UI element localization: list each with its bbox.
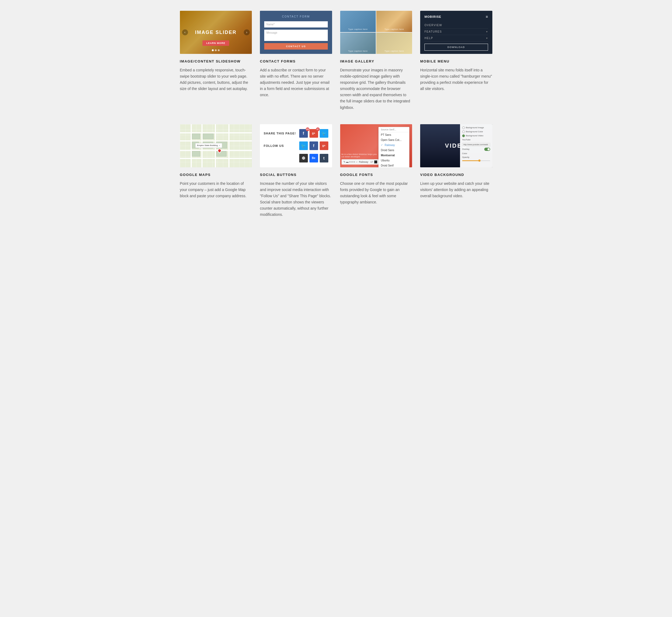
share-facebook-icon[interactable]: f 192 <box>299 129 308 138</box>
bg-image-radio[interactable] <box>462 126 465 129</box>
video-panel-bg-image[interactable]: Background Image <box>462 126 490 129</box>
bg-image-label: Background Image <box>466 126 484 129</box>
video-url-input[interactable]: http://www.youtube.com/watd <box>462 143 490 146</box>
share-icons: f 192 g+ 47 🐦 <box>299 129 328 138</box>
feature-desc-fonts: Choose one or more of the most popular f… <box>340 181 412 205</box>
feature-image-gallery: Type caption here Type caption here Type… <box>340 11 412 111</box>
gallery-preview: Type caption here Type caption here Type… <box>340 11 412 54</box>
opacity-label: Opacity <box>462 156 469 159</box>
fonts-toolbar: ✎ ▬ ≡ ≡ ≡ ↔ Raleway 17 <box>342 159 380 165</box>
feature-google-maps: Empire State Building GOOGLE MAPS Point … <box>180 124 252 218</box>
gallery-cell-3[interactable]: Type caption here <box>340 33 376 54</box>
slider-learn-more[interactable]: LEARN MORE <box>203 40 229 46</box>
feature-title-gallery: IMAGE GALLERY <box>340 59 412 63</box>
fonts-item-droid-sans[interactable]: Droid Sans <box>379 148 409 153</box>
facebook-badge: 192 <box>306 128 309 131</box>
fonts-item-montserrat[interactable]: Montserrat <box>379 153 409 158</box>
social-preview: SHARE THIS PAGE! f 192 g+ 47 🐦 <box>260 124 332 167</box>
slider-preview: IMAGE SLIDER LEARN MORE ‹ › <box>180 11 252 54</box>
gallery-caption-2: Type caption here <box>385 28 404 30</box>
behance-icon[interactable]: Be <box>309 154 318 163</box>
slider-dot-1[interactable] <box>212 49 214 51</box>
fonts-item-open-sans[interactable]: Open Sans Cot... <box>379 138 409 143</box>
contact-preview: CONTACT FORM Name* Message CONTACT US <box>260 11 332 54</box>
feature-title-fonts: GOOGLE FONTS <box>340 173 412 177</box>
github-icon[interactable]: ⊕ <box>299 154 308 163</box>
follow-facebook-icon[interactable]: f <box>309 142 318 150</box>
gallery-caption-1: Type caption here <box>348 28 368 30</box>
video-panel-youtube: YouTube <box>462 139 490 141</box>
toolbar-font-name: Raleway <box>359 161 369 163</box>
googleplus-badge: 47 <box>316 128 320 131</box>
features-grid-row2: Empire State Building GOOGLE MAPS Point … <box>180 124 492 218</box>
bg-color-label: Background Color <box>466 131 483 133</box>
slider-preview-title: IMAGE SLIDER <box>195 30 236 35</box>
fonts-item-pt-sans[interactable]: PT Sans <box>379 132 409 138</box>
bg-video-radio[interactable] <box>462 135 465 137</box>
video-panel-color: Color <box>462 152 490 155</box>
feature-title-social: SOCIAL BUTTONS <box>260 173 332 177</box>
slider-arrow-right[interactable]: › <box>244 29 250 35</box>
gallery-caption-3: Type caption here <box>348 50 368 52</box>
feature-desc-gallery: Demonstrate your images in masonry mobil… <box>340 67 412 111</box>
map-block-2 <box>203 134 214 139</box>
feature-desc-social: Increase the number of your site visitor… <box>260 181 332 218</box>
bg-video-radio-row: Background Video <box>462 135 483 137</box>
slider-dots <box>212 49 220 51</box>
menu-item-help[interactable]: HELP <box>425 35 488 41</box>
fonts-item-ubuntu[interactable]: Ubuntu <box>379 158 409 163</box>
opacity-slider-thumb[interactable] <box>478 160 480 162</box>
social-share-row: SHARE THIS PAGE! f 192 g+ 47 🐦 <box>264 129 328 138</box>
feature-image-slider: IMAGE SLIDER LEARN MORE ‹ › IMAGE/CONTEN… <box>180 11 252 111</box>
feature-title-menu: MOBILE MENU <box>420 59 492 63</box>
video-panel-bg-color[interactable]: Background Color <box>462 131 490 133</box>
contact-name-field[interactable]: Name* <box>264 21 328 27</box>
overlay-toggle[interactable] <box>484 148 490 151</box>
follow-label: FOLLOW US <box>264 144 296 147</box>
gallery-cell-1[interactable]: Type caption here <box>340 11 376 32</box>
menu-download-button[interactable]: DOWNLOAD <box>425 44 488 51</box>
gallery-cell-4[interactable]: Type caption here <box>376 33 412 54</box>
fonts-dropdown-header: Source Serif... <box>379 127 409 132</box>
bg-image-radio-row: Background Image <box>462 126 484 129</box>
fonts-item-droid-serif[interactable]: Droid Serif <box>379 163 409 167</box>
feature-google-fonts: Source Serif... PT Sans Open Sans Cot...… <box>340 124 412 218</box>
bg-color-radio-row: Background Color <box>462 131 483 133</box>
map-road-v1 <box>191 124 192 167</box>
menu-item-overview[interactable]: OVERVIEW <box>425 22 488 29</box>
slider-dot-2[interactable] <box>215 49 217 51</box>
toolbar-font-size: 17 <box>370 161 373 163</box>
slider-dot-3[interactable] <box>218 49 220 51</box>
feature-desc-menu: Horizontal site menu folds itself into a… <box>420 67 492 92</box>
contact-message-field[interactable]: Message <box>264 30 328 41</box>
follow-icons: 🐦 f g+ <box>299 142 328 150</box>
share-googleplus-icon[interactable]: g+ 47 <box>309 129 318 138</box>
toolbar-color-swatch <box>374 160 377 164</box>
hamburger-icon[interactable]: ≡ <box>486 15 488 19</box>
slider-arrow-left[interactable]: ‹ <box>182 29 188 35</box>
feature-contact-forms: CONTACT FORM Name* Message CONTACT US CO… <box>260 11 332 111</box>
extra-icons: ⊕ Be t <box>299 154 328 163</box>
follow-twitter-icon[interactable]: 🐦 <box>299 142 308 150</box>
youtube-label: YouTube <box>462 139 471 141</box>
feature-title-video: VIDEO BACKGROUND <box>420 173 492 177</box>
fonts-dropdown[interactable]: Source Serif... PT Sans Open Sans Cot...… <box>379 127 409 167</box>
fonts-preview: Source Serif... PT Sans Open Sans Cot...… <box>340 124 412 167</box>
share-twitter-icon[interactable]: 🐦 <box>320 129 328 138</box>
video-panel-bg-video[interactable]: Background Video <box>462 135 490 137</box>
fonts-item-raleway[interactable]: ✓ Raleway <box>379 143 409 148</box>
tumblr-icon[interactable]: t <box>320 154 328 163</box>
share-label: SHARE THIS PAGE! <box>264 132 296 135</box>
feature-desc-slider: Embed a completely responsive, touch-swi… <box>180 67 252 92</box>
contact-form-header: CONTACT FORM <box>264 15 328 18</box>
contact-submit-button[interactable]: CONTACT US <box>264 43 328 49</box>
bg-color-radio[interactable] <box>462 131 465 133</box>
gallery-cell-2[interactable]: Type caption here <box>376 11 412 32</box>
map-pin-dot <box>217 148 222 153</box>
menu-item-features[interactable]: FEATURES <box>425 29 488 35</box>
fonts-check-icon: ✓ <box>381 144 383 146</box>
follow-googleplus-icon[interactable]: g+ <box>320 142 328 150</box>
opacity-slider-track[interactable] <box>462 160 490 161</box>
map-tooltip-text: Empire State Building <box>197 144 218 147</box>
overlay-label: Overlay <box>462 148 470 150</box>
